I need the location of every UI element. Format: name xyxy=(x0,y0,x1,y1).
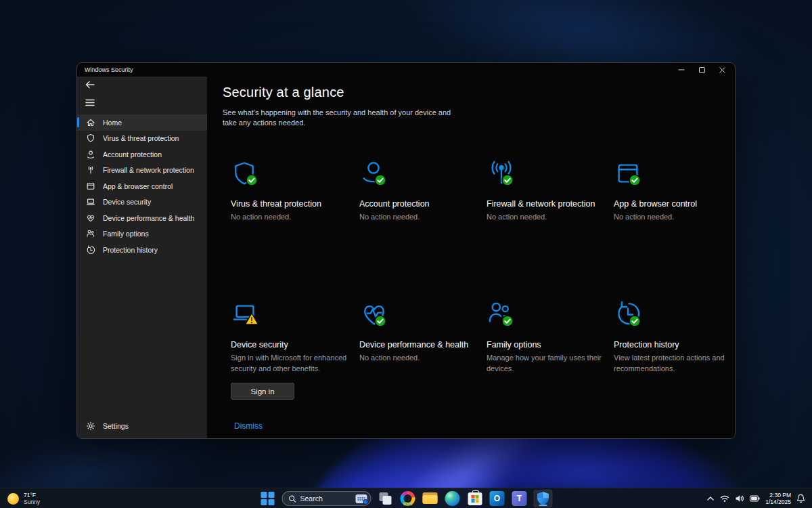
status-check-badge xyxy=(374,174,386,189)
file-explorer-button[interactable] xyxy=(422,490,438,507)
minimize-button[interactable] xyxy=(671,63,692,77)
sidebar-item-home[interactable]: Home xyxy=(77,114,207,131)
tile-status: No action needed. xyxy=(487,212,607,222)
hamburger-icon xyxy=(85,99,95,106)
windows-security-shield-icon xyxy=(537,491,550,506)
weather-temperature: 71°F xyxy=(24,492,40,499)
tile-firewall-network-protection[interactable]: Firewall & network protection No action … xyxy=(487,159,607,223)
network-button[interactable] xyxy=(720,494,729,503)
tile-title: App & browser control xyxy=(614,198,734,209)
family-icon xyxy=(487,300,520,331)
maximize-button[interactable] xyxy=(692,63,712,77)
edge-button[interactable] xyxy=(445,490,461,507)
sidebar-item-label: Home xyxy=(103,119,122,127)
tile-title: Device security xyxy=(231,339,351,350)
folder-icon xyxy=(423,492,438,505)
history-icon xyxy=(614,300,648,331)
sidebar-item-app-browser-control[interactable]: App & browser control xyxy=(77,178,207,194)
sidebar-item-firewall-network-protection[interactable]: Firewall & network protection xyxy=(77,163,207,179)
taskbar-search-box[interactable]: Search xyxy=(282,491,371,506)
microsoft-365-button[interactable]: W365 xyxy=(400,490,416,507)
windows-security-taskbar-button[interactable] xyxy=(534,490,553,507)
tile-status: Manage how your family uses their device… xyxy=(487,353,607,374)
tile-status: Sign in with Microsoft for enhanced secu… xyxy=(231,353,351,374)
history-icon xyxy=(86,245,95,255)
store-icon xyxy=(468,492,482,505)
task-view-button[interactable] xyxy=(378,490,394,507)
tile-protection-history[interactable]: Protection history View latest protectio… xyxy=(614,300,734,374)
page-subtitle: See what's happening with the security a… xyxy=(223,108,456,128)
teams-icon: T xyxy=(512,491,527,506)
sign-in-button[interactable]: Sign in xyxy=(231,383,294,400)
status-check-badge xyxy=(629,174,641,189)
sidebar-item-label: App & browser control xyxy=(103,182,173,190)
sidebar-item-account-protection[interactable]: Account protection xyxy=(77,146,207,163)
back-button[interactable] xyxy=(83,79,97,91)
tile-device-performance-health[interactable]: Device performance & health No action ne… xyxy=(359,300,480,364)
home-icon xyxy=(86,118,95,127)
bell-icon xyxy=(796,494,805,503)
system-tray: 2:30 PM 1/14/2025 xyxy=(706,488,805,508)
person-icon xyxy=(86,150,95,159)
start-button[interactable] xyxy=(260,490,276,507)
tile-family-options[interactable]: Family options Manage how your family us… xyxy=(487,300,607,374)
back-arrow-icon xyxy=(85,81,95,89)
notification-center-button[interactable] xyxy=(796,494,805,503)
edge-icon xyxy=(445,491,460,506)
battery-button[interactable] xyxy=(750,495,760,502)
tile-title: Account protection xyxy=(359,198,480,209)
family-icon xyxy=(86,229,95,238)
menu-toggle-button[interactable] xyxy=(83,96,97,108)
microsoft-365-label: W365 xyxy=(401,502,415,506)
tile-device-security[interactable]: Device security Sign in with Microsoft f… xyxy=(231,300,351,400)
hidden-icons-chevron-button[interactable] xyxy=(706,495,715,502)
tile-virus-threat-protection[interactable]: Virus & threat protection No action need… xyxy=(231,159,351,223)
clock[interactable]: 2:30 PM 1/14/2025 xyxy=(765,492,791,505)
microsoft-store-button[interactable] xyxy=(467,490,483,507)
sidebar-item-device-security[interactable]: Device security xyxy=(77,194,207,211)
status-warning-badge xyxy=(244,312,259,329)
heart-pulse-icon xyxy=(359,300,393,331)
microsoft-365-icon: W365 xyxy=(401,491,415,506)
weather-widget[interactable]: 71°F Sunny xyxy=(7,488,40,508)
taskbar-center: Search W365 O T xyxy=(260,488,553,508)
tile-app-browser-control[interactable]: App & browser control No action needed. xyxy=(614,159,734,223)
sidebar: Home Virus & threat protection Account p… xyxy=(77,77,207,438)
tile-title: Firewall & network protection xyxy=(487,198,607,209)
battery-icon xyxy=(750,495,760,502)
outlook-icon: O xyxy=(490,491,505,506)
sidebar-item-virus-threat-protection[interactable]: Virus & threat protection xyxy=(77,131,207,147)
weather-condition: Sunny xyxy=(24,499,40,505)
tile-status: No action needed. xyxy=(359,353,480,363)
volume-button[interactable] xyxy=(735,494,744,503)
sidebar-item-device-performance-health[interactable]: Device performance & health xyxy=(77,210,207,226)
sidebar-item-label: Device security xyxy=(103,198,151,206)
close-button[interactable] xyxy=(712,63,732,77)
tile-title: Device performance & health xyxy=(359,339,480,350)
tile-status: No action needed. xyxy=(231,212,351,222)
sidebar-item-protection-history[interactable]: Protection history xyxy=(77,242,207,258)
tile-title: Protection history xyxy=(614,339,734,350)
sidebar-item-label: Firewall & network protection xyxy=(103,166,194,174)
outlook-button[interactable]: O xyxy=(489,490,505,507)
titlebar[interactable]: Windows Security xyxy=(77,63,735,77)
tile-status: No action needed. xyxy=(614,212,734,222)
dismiss-link[interactable]: Dismiss xyxy=(234,421,263,431)
tile-account-protection[interactable]: Account protection No action needed. xyxy=(359,159,480,223)
sidebar-item-label: Device performance & health xyxy=(103,214,194,222)
sidebar-nav: Home Virus & threat protection Account p… xyxy=(77,114,207,258)
teams-button[interactable]: T xyxy=(512,490,528,507)
sidebar-item-settings[interactable]: Settings xyxy=(77,418,207,434)
window-title: Windows Security xyxy=(85,63,133,77)
wifi-icon xyxy=(720,494,729,503)
tile-title: Family options xyxy=(487,339,607,350)
browser-icon xyxy=(614,159,648,190)
status-check-badge xyxy=(501,315,514,330)
chevron-up-icon xyxy=(706,495,715,502)
sidebar-item-family-options[interactable]: Family options xyxy=(77,226,207,242)
sidebar-item-label: Protection history xyxy=(103,246,158,254)
gear-icon xyxy=(86,421,95,431)
antenna-icon xyxy=(487,159,520,190)
page-title: Security at a glance xyxy=(223,85,344,100)
clock-date: 1/14/2025 xyxy=(765,499,791,505)
